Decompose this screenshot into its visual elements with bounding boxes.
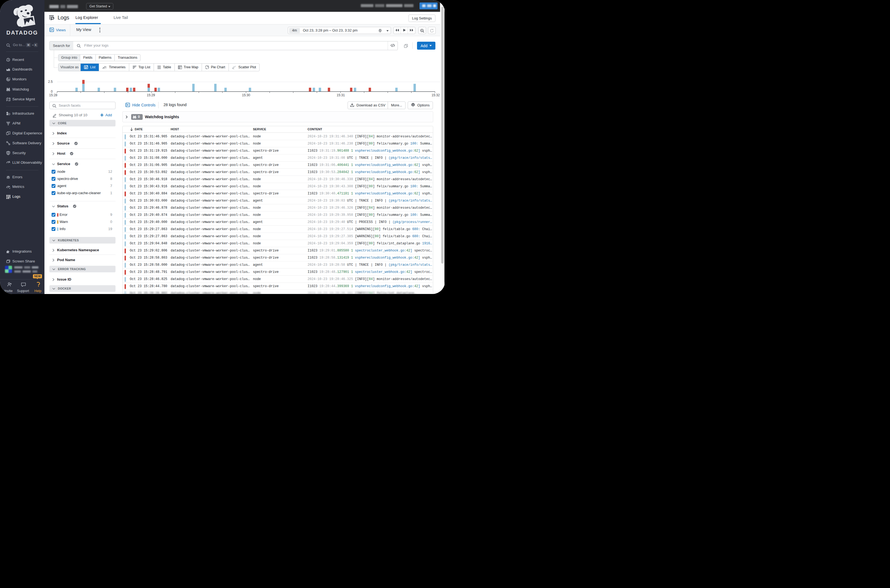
svg-text:15:31: 15:31 (337, 93, 345, 97)
svg-text:15:30: 15:30 (242, 93, 250, 97)
svg-text:15:32: 15:32 (432, 93, 440, 97)
svg-text:2.5: 2.5 (48, 80, 53, 84)
svg-text:15:28: 15:28 (49, 93, 57, 97)
svg-text:0: 0 (51, 90, 53, 93)
svg-text:15:29: 15:29 (147, 93, 155, 97)
